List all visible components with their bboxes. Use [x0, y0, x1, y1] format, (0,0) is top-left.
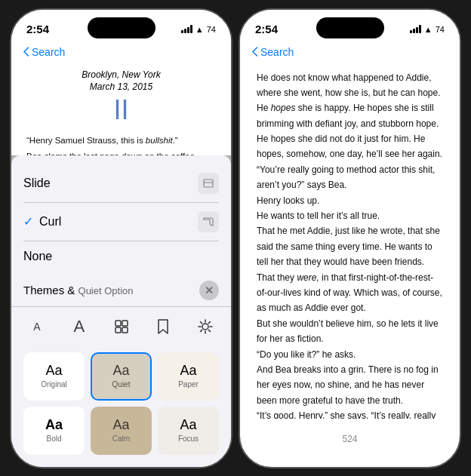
theme-quiet[interactable]: Aa Quiet: [91, 352, 152, 401]
status-icons-right: ▲ 74: [410, 25, 445, 34]
svg-point-6: [202, 324, 208, 330]
back-button-left[interactable]: Search: [23, 46, 65, 58]
status-icons-left: ▲ 74: [181, 25, 216, 34]
svg-line-12: [208, 330, 210, 331]
theme-calm-sample: Aa: [112, 418, 129, 431]
svg-line-11: [201, 321, 202, 323]
svg-rect-2: [115, 321, 121, 326]
theme-bold[interactable]: Aa Bold: [23, 407, 85, 455]
bottom-toolbar: A A: [11, 306, 231, 346]
nav-bar-left[interactable]: Search: [11, 43, 231, 63]
time-right: 2:54: [255, 23, 278, 35]
theme-calm-label: Calm: [112, 435, 130, 443]
dynamic-island: [88, 17, 155, 38]
theme-original-sample: Aa: [45, 364, 62, 377]
right-phone-content: Search He does not know what happened to…: [240, 43, 460, 467]
page-number: 524: [342, 434, 357, 444]
wifi-icon: ▲: [195, 25, 204, 34]
slide-menu: Slide ✓ Curl: [11, 155, 231, 467]
theme-original[interactable]: Aa Original: [23, 352, 85, 401]
scroll-option-none[interactable]: None: [23, 241, 219, 272]
theme-paper-sample: Aa: [180, 364, 196, 377]
theme-focus[interactable]: Aa Focus: [158, 407, 219, 455]
svg-rect-4: [115, 327, 121, 333]
option-slide-label: Slide: [23, 177, 198, 190]
theme-focus-label: Focus: [178, 435, 199, 443]
battery-left: 74: [207, 25, 216, 34]
scroll-options: Slide ✓ Curl: [11, 155, 231, 275]
theme-focus-sample: Aa: [180, 418, 196, 431]
theme-grid: Aa Original Aa Quiet Aa Paper Aa: [11, 346, 231, 467]
themes-bar: Themes & Quiet Option ✕: [11, 275, 231, 306]
theme-paper-label: Paper: [178, 380, 199, 388]
close-button[interactable]: ✕: [199, 281, 219, 300]
reading-content: He does not know what happened to Addie,…: [240, 63, 460, 419]
theme-quiet-label: Quiet: [112, 380, 131, 388]
theme-paper[interactable]: Aa Paper: [158, 352, 219, 401]
nav-bar-right[interactable]: Search: [240, 43, 460, 63]
option-none-label: None: [23, 250, 219, 263]
svg-rect-3: [122, 321, 128, 326]
scroll-option-curl[interactable]: ✓ Curl: [23, 203, 219, 241]
theme-original-label: Original: [41, 380, 66, 388]
slide-icon: [198, 173, 219, 194]
svg-rect-5: [122, 327, 128, 333]
curl-icon: [198, 211, 219, 232]
check-icon: ✓: [23, 214, 33, 229]
left-phone-content: Search Brooklyn, New YorkMarch 13, 2015 …: [11, 43, 231, 467]
left-phone: 2:54 ▲ 74: [10, 8, 232, 468]
scroll-option-slide[interactable]: Slide: [23, 164, 219, 203]
time-left: 2:54: [26, 23, 49, 35]
book-location: Brooklyn, New YorkMarch 13, 2015: [26, 69, 216, 94]
svg-rect-0: [204, 180, 213, 187]
option-curl-label: Curl: [39, 215, 198, 229]
format-button[interactable]: [108, 313, 135, 340]
theme-bold-label: Bold: [46, 435, 61, 443]
bookmark-button[interactable]: [149, 313, 177, 340]
signal-icon: [181, 25, 192, 33]
chevron-left-icon: [23, 47, 29, 57]
overlay-panel: Slide ✓ Curl: [11, 155, 231, 467]
signal-icon-right: [410, 25, 421, 33]
svg-line-13: [208, 321, 210, 323]
font-larger-button[interactable]: A: [66, 313, 93, 340]
back-button-right[interactable]: Search: [252, 46, 294, 58]
chevron-left-icon-right: [252, 47, 258, 57]
theme-quiet-sample: Aa: [112, 364, 129, 377]
svg-line-14: [201, 330, 202, 331]
right-phone: 2:54 ▲ 74: [239, 8, 461, 468]
font-smaller-button[interactable]: A: [23, 313, 51, 340]
theme-bold-sample: Aa: [45, 418, 63, 431]
dynamic-island-right: [316, 17, 384, 38]
brightness-button[interactable]: [192, 313, 219, 340]
chapter-number: II: [26, 94, 216, 126]
theme-calm[interactable]: Aa Calm: [91, 407, 152, 455]
battery-right: 74: [436, 25, 445, 34]
wifi-icon-right: ▲: [424, 25, 433, 34]
book-header: Brooklyn, New YorkMarch 13, 2015 II: [26, 69, 216, 127]
themes-label: Themes & Quiet Option: [23, 284, 134, 296]
